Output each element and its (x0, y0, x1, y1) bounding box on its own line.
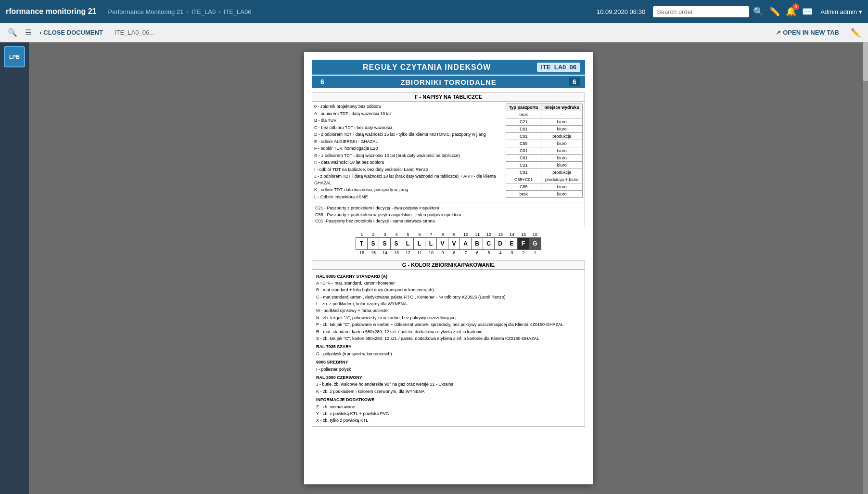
document-viewer: REGUŁY CZYTANIA INDEKSÓW ITE_LA0_06 6 ZB… (304, 52, 593, 484)
table-row: C01biuro (506, 126, 583, 133)
breadcrumb: Performance Monitoring 21 › ITE_LA0 › IT… (108, 8, 251, 15)
pos-cell-d: D (495, 238, 506, 249)
close-document-button[interactable]: ‹ CLOSE DOCUMENT (39, 29, 103, 36)
pos-cell-e: E (506, 238, 518, 249)
notification-icon[interactable]: 🔔 0 (786, 6, 796, 17)
document-header-title: REGUŁY CZYTANIA INDEKSÓW (317, 63, 537, 72)
table-row: C01biuro (506, 147, 583, 155)
document-header: REGUŁY CZYTANIA INDEKSÓW ITE_LA0_06 (312, 60, 585, 75)
list-item: E - odbiór ALGIERSKI - GHAZAL (314, 139, 503, 145)
list-item: Z - zb. niemalowane (316, 403, 581, 410)
list-item: L - Odbiór Inspektora ASME (314, 194, 503, 201)
table-row: C55biuro (506, 183, 583, 191)
note-item: C01 -Paszporty bez protokołu i decyzji -… (315, 218, 582, 225)
section-f-items: 0 - zbiornik projektowy bez odbioru A - … (314, 104, 503, 201)
section-f: F - NAPISY NA TABLICZCE 0 - zbiornik pro… (312, 92, 585, 227)
section-f-body: 0 - zbiornik projektowy bez odbioru A - … (312, 102, 585, 203)
pos-cell-g-highlighted: G (529, 238, 541, 249)
list-item: S - zb. tak jak "C", karton 580x280, 12 … (316, 335, 581, 342)
pos-cell-f-highlighted: F (518, 238, 529, 249)
section-g-body: RAL 9005 CZARNY STANDARD (A) A =D+F - ma… (312, 270, 585, 426)
list-item: G - półpołysk (transport w kontenerach) (316, 351, 581, 357)
hamburger-menu-icon[interactable]: ☰ (25, 28, 32, 37)
pos-cell-l2: L (414, 238, 425, 249)
app-title: rformance monitoring 21 (6, 7, 96, 16)
list-item: I - odbiór TDT na tabliczce, bez daty wa… (314, 167, 503, 173)
list-item: D - z odbiorem TDT i datą ważności 15 la… (314, 131, 503, 138)
num-right: 6 (569, 78, 580, 86)
pos-cell-v1: V (437, 238, 448, 249)
list-item: B - mat.standard + folia bąbel duży (tra… (316, 286, 581, 293)
list-item: N - zb. tak jak "A", pakowane tylko w ka… (316, 314, 581, 321)
table-row: C01produkcja (506, 133, 583, 140)
list-item: P - zb. tak jak "C", pakowane w karton +… (316, 321, 581, 328)
search-order-input[interactable] (657, 8, 734, 15)
ral9006-heading: 9006 SREBRNY (316, 359, 581, 365)
document-subtitle-row: 6 ZBIORNIKI TOROIDALNE 6 (312, 76, 585, 88)
list-item: L - zb. z podkładem, kolor czarny dla WY… (316, 300, 581, 307)
pos-cell-c: C (483, 238, 495, 249)
list-item: A =D+F - mat. standard, karton+kontener (316, 280, 581, 286)
scrollbar-track[interactable] (863, 42, 868, 494)
open-new-tab-button[interactable]: ↗ OPEN IN NEW TAB (776, 29, 839, 36)
toolbar-search-icon[interactable]: 🔍 (8, 28, 17, 37)
pos-cell-v2: V (448, 238, 460, 249)
pos-cell-s1: S (368, 238, 379, 249)
list-item: F - odbiór TUV, homologacja E20 (314, 145, 503, 152)
list-item: K - zb. z podkładem i kolorem czerwonym,… (316, 388, 581, 395)
search-order-box[interactable] (653, 6, 749, 17)
list-item: I - poliester połysk (316, 366, 581, 373)
passport-table: Typ paszportu miejsce wydruku brak- C21b… (506, 104, 583, 198)
table-row: C21biuro (506, 162, 583, 169)
note-item: C55 - Paszporty z protokołem w języku an… (315, 212, 582, 219)
document-toolbar: 🔍 ☰ ‹ CLOSE DOCUMENT ITE_LA0_06... ↗ OPE… (0, 23, 868, 42)
ral3000-heading: RAL 3000 CZERWONY (316, 374, 581, 381)
breadcrumb-item3: ITE_LA06 (224, 8, 252, 15)
scrollbar-thumb[interactable] (863, 42, 868, 81)
document-subtitle: ZBIORNIKI TOROIDALNE (328, 78, 569, 86)
nav-icons-group: 🔍 ✏️ 🔔 0 ✉️ (753, 6, 813, 17)
table-row: C21biuro (506, 118, 583, 126)
open-new-tab-label: OPEN IN NEW TAB (783, 29, 839, 36)
section-g-title: G - KOLOR ZBIORNIKA/PAKOWANIE (312, 260, 585, 270)
pos-cell-b: B (472, 238, 483, 249)
position-numbers-row: 1 2 3 4 5 6 7 8 9 10 11 12 13 14 15 16 (356, 232, 541, 237)
edit-pencil-icon[interactable]: ✏️ (769, 6, 780, 17)
list-item: R - mat. standard, karton 580x280, 12 sz… (316, 328, 581, 335)
num-left: 6 (317, 78, 328, 86)
section-f-title: F - NAPISY NA TABLICZCE (312, 92, 585, 102)
breadcrumb-item2: ITE_LA0 (191, 8, 216, 15)
mail-icon[interactable]: ✉️ (802, 6, 813, 17)
list-item: M - podkład cynkowy + farba poliester (316, 307, 581, 314)
breadcrumb-item1: Performance Monitoring 21 (108, 8, 183, 15)
admin-menu[interactable]: Admin admin ▾ (820, 8, 862, 15)
passport-table-container: Typ paszportu miejsce wydruku brak- C21b… (506, 104, 583, 201)
list-item: C - bez odbioru TDT i bez daty ważności (314, 125, 503, 131)
search-icon[interactable]: 🔍 (753, 6, 764, 17)
chevron-left-icon: ‹ (39, 29, 41, 36)
list-item: A - odbiorem TDT i datą ważności 10 lat (314, 111, 503, 117)
table-row: C55+C01produkcja + biuro (506, 176, 583, 183)
list-item: B - dla TUV (314, 117, 503, 124)
list-item: Y - zb. z powłoką KTL + powłoka PVC (316, 410, 581, 417)
table-row: C55biuro (506, 140, 583, 147)
list-item: X - zb. tylko z powłoką KTL (316, 417, 581, 424)
chevron-down-icon: ▾ (859, 8, 862, 15)
info-heading: INFORMACJE DODATKOWE (316, 396, 581, 403)
document-title-label: ITE_LA0_06... (115, 29, 154, 36)
section-g: G - KOLOR ZBIORNIKA/PAKOWANIE RAL 9005 C… (312, 260, 585, 427)
table-row: brak- (506, 111, 583, 118)
admin-name: Admin admin (820, 8, 857, 15)
passport-type-header: Typ paszportu (506, 104, 541, 111)
document-code: ITE_LA0_06 (537, 63, 580, 72)
top-navigation: rformance monitoring 21 Performance Moni… (0, 0, 868, 23)
position-values-row: 16 15 14 13 12 11 10 9 8 7 6 5 4 3 2 1 (356, 250, 541, 255)
main-content-area[interactable]: REGUŁY CZYTANIA INDEKSÓW ITE_LA0_06 6 ZB… (29, 42, 868, 494)
external-link-icon: ↗ (776, 29, 781, 36)
edit-icon[interactable]: ✏️ (851, 28, 860, 37)
datetime-display: 10.09.2020 08:30 (597, 8, 645, 15)
list-item: J - butle, zb. walcowe holenderskie 90° … (316, 381, 581, 388)
sidebar: LPB (0, 42, 29, 494)
sidebar-item-lpb[interactable]: LPB (4, 46, 25, 67)
list-item: J - z odbiorem TDT i datą ważności 10 la… (314, 173, 503, 186)
